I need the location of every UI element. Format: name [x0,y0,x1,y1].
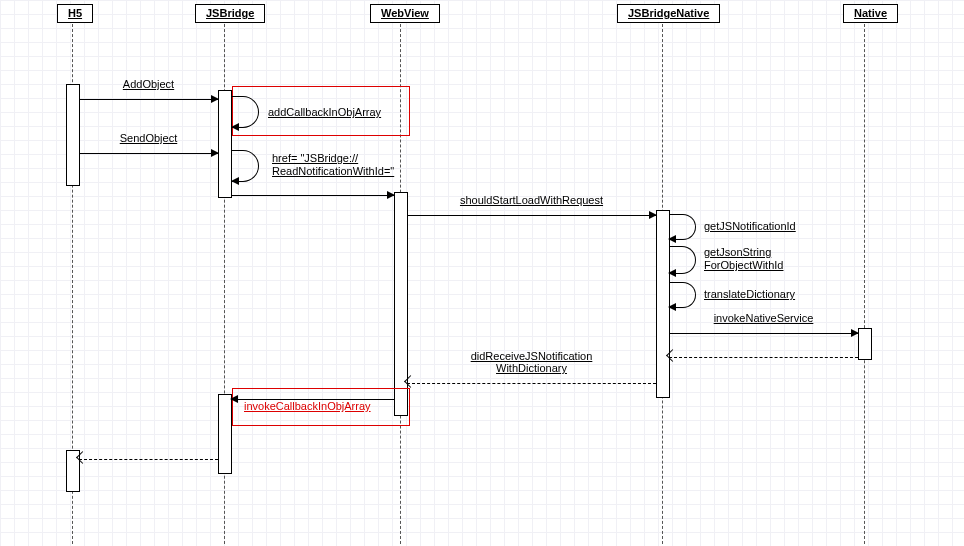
msg-jsb-webview [231,188,394,202]
self-label-addcallback: addCallbackInObjArray [268,106,381,119]
msg-shouldstart: shouldStartLoadWithRequest [407,208,656,222]
msg-jsb-h5-return [79,452,218,466]
sequence-diagram: H5 JSBridge WebView JSBridgeNative Nativ… [0,0,964,546]
activation-native-1 [858,328,872,360]
msg-label: SendObject [79,132,218,144]
msg-label: invokeNativeService [669,312,858,324]
actor-jsbridge: JSBridge [195,4,265,23]
self-href [232,150,259,182]
msg-native-return [669,350,858,364]
activation-jsbridge-1 [218,90,232,198]
msg-addobject: AddObject [79,92,218,106]
actor-jsbridgenative: JSBridgeNative [617,4,720,23]
self-getjsnotif [669,214,696,240]
self-label-getjsnotif: getJSNotificationId [704,220,796,233]
msg-invokenative: invokeNativeService [669,326,858,340]
actor-native: Native [843,4,898,23]
msg-label: didReceiveJSNotification WithDictionary [407,350,656,374]
lifeline-native [864,24,865,544]
self-label-invokecallback: invokeCallbackInObjArray [244,400,371,413]
self-getjson [669,246,696,274]
msg-didreceive: didReceiveJSNotification WithDictionary [407,376,656,390]
self-label-getjson: getJsonString ForObjectWithId [704,246,783,272]
actor-webview: WebView [370,4,440,23]
msg-label: AddObject [79,78,218,90]
self-label-href: href= "JSBridge:// ReadNotificationWithI… [272,152,394,178]
actor-h5: H5 [57,4,93,23]
activation-h5-1 [66,84,80,186]
self-label-translate: translateDictionary [704,288,795,301]
activation-jsbridge-2 [218,394,232,474]
self-translate [669,282,696,308]
msg-sendobject: SendObject [79,146,218,160]
msg-label: shouldStartLoadWithRequest [407,194,656,206]
